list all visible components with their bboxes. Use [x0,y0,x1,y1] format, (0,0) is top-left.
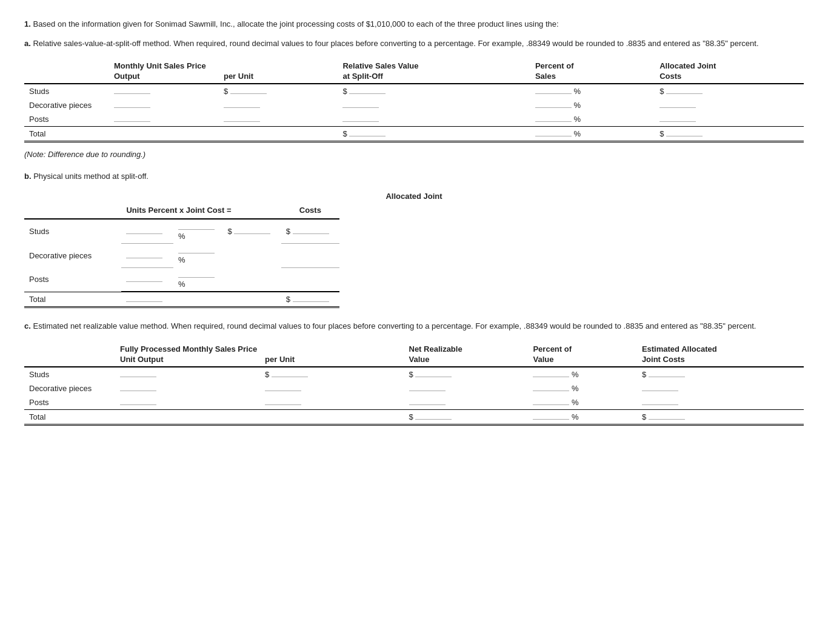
part-b-label: b. [24,172,32,181]
cell-studs-c-costs[interactable]: $ [637,367,804,381]
cell-studs-b-pct[interactable]: % [173,219,222,243]
row-label-total-b: Total [24,292,121,307]
th-c-est-alloc: Estimated Allocated [637,342,804,354]
row-label-studs-c: Studs [24,367,115,381]
table-row: Decorative pieces % [24,98,804,112]
part-c-label: c. [24,321,31,330]
table-row: Posts % [24,267,339,292]
table-row: Studs $ $ % $ [24,367,804,381]
th-label [24,70,109,84]
cell-total-b-pct[interactable] [173,292,222,307]
th-b-label [24,215,121,219]
cell-deco-c-costs[interactable] [637,381,804,395]
cell-studs-c-unitout[interactable] [115,367,260,381]
part-a-description: Relative sales-value-at-split-off method… [33,39,758,48]
th-alloc-joint: Allocated Joint [655,59,804,70]
cell-deco-pct[interactable]: % [530,98,655,112]
cell-studs-c-value[interactable]: $ [404,367,529,381]
cell-total-c-perunit[interactable] [260,409,404,424]
cell-posts-c-perunit[interactable] [260,395,404,410]
table-row-total: Total $ % $ [24,127,804,142]
cell-total-costs[interactable]: $ [655,127,804,142]
th-c-value: Value [404,354,529,367]
cell-studs-pct[interactable]: % [530,84,655,98]
th-b-units-pct: Units Percent x Joint Cost = [121,203,281,215]
row-label-deco-c: Decorative pieces [24,381,115,395]
cell-posts-costs[interactable] [655,112,804,127]
row-label-total-c: Total [24,409,115,424]
table-row-total-c: Total $ % $ [24,409,804,424]
table-b-title: Allocated Joint [24,192,804,201]
cell-posts-output[interactable] [109,112,219,127]
cell-studs-perunit[interactable]: $ [219,84,338,98]
cell-total-perunit[interactable] [219,127,338,142]
part-a-note: (Note: Difference due to rounding.) [24,149,804,161]
th-c-unit-output: Unit Output [115,354,260,367]
th-per-unit: per Unit [219,70,338,84]
cell-posts-c-unitout[interactable] [115,395,260,410]
cell-posts-splitsales[interactable] [338,112,530,127]
th-c-fp-monthly: Fully Processed Monthly Sales Price [115,342,404,354]
cell-studs-output[interactable] [109,84,219,98]
cell-deco-b-pct[interactable]: % [173,243,222,267]
cell-deco-c-perunit[interactable] [260,381,404,395]
cell-deco-perunit[interactable] [219,98,338,112]
th-c-pct-of: Percent of [528,342,636,354]
cell-total-c-costs[interactable]: $ [637,409,804,424]
th-b-jcost [222,215,281,219]
cell-deco-b-units[interactable] [121,243,173,267]
cell-deco-c-unitout[interactable] [115,381,260,395]
table-row-total-b: Total $ [24,292,339,307]
table-c-header-top: Fully Processed Monthly Sales Price Net … [24,342,804,354]
cell-posts-perunit[interactable] [219,112,338,127]
cell-deco-costs[interactable] [655,98,804,112]
cell-studs-b-alloc[interactable]: $ [281,219,339,243]
th-c-pct-val: Value [528,354,636,367]
cell-deco-c-value[interactable] [404,381,529,395]
cell-total-pct[interactable]: % [530,127,655,142]
part-a-label: a. [24,39,31,48]
cell-deco-splitsales[interactable] [338,98,530,112]
cell-studs-c-pct[interactable]: % [528,367,636,381]
th-at-split-off: at Split-Off [338,70,530,84]
cell-posts-pct[interactable]: % [530,112,655,127]
cell-total-b-units[interactable] [121,292,173,307]
table-a-header-top: Monthly Unit Sales Price Relative Sales … [24,59,804,70]
cell-posts-b-units[interactable] [121,267,173,292]
cell-studs-c-perunit[interactable]: $ [260,367,404,381]
cell-studs-b-units[interactable] [121,219,173,243]
cell-total-c-unitout[interactable] [115,409,260,424]
cell-total-b-jcost[interactable] [222,292,281,307]
table-b-section: Allocated Joint Units Percent x Joint Co… [24,192,804,308]
cell-studs-b-jcost[interactable]: $ [222,219,281,243]
row-label-posts: Posts [24,112,109,127]
cell-posts-b-alloc[interactable] [281,267,339,292]
cell-posts-c-costs[interactable] [637,395,804,410]
th-sales: Sales [530,70,655,84]
cell-deco-output[interactable] [109,98,219,112]
cell-deco-b-alloc[interactable] [281,243,339,267]
cell-total-output[interactable] [109,127,219,142]
cell-posts-b-jcost[interactable] [222,267,281,292]
cell-deco-c-pct[interactable]: % [528,381,636,395]
table-row: Studs $ $ % $ [24,84,804,98]
cell-total-b-alloc[interactable]: $ [281,292,339,307]
cell-posts-b-pct[interactable]: % [173,267,222,292]
table-b-header-bottom [24,215,339,219]
th-costs: Costs [655,70,804,84]
cell-total-c-pct[interactable]: % [528,409,636,424]
cell-deco-b-jcost[interactable] [222,243,281,267]
th-b-empty [24,203,121,215]
th-c-empty [24,342,115,354]
table-row: Posts % [24,395,804,410]
th-empty [24,59,109,70]
table-a-header-bottom: Output per Unit at Split-Off Sales Costs [24,70,804,84]
cell-posts-c-pct[interactable]: % [528,395,636,410]
cell-studs-costs[interactable]: $ [655,84,804,98]
cell-total-c-value[interactable]: $ [404,409,529,424]
th-b-pct [173,215,222,219]
cell-studs-splitsales[interactable]: $ [338,84,530,98]
row-label-studs-b: Studs [24,219,121,243]
cell-total-splitsales[interactable]: $ [338,127,530,142]
cell-posts-c-value[interactable] [404,395,529,410]
